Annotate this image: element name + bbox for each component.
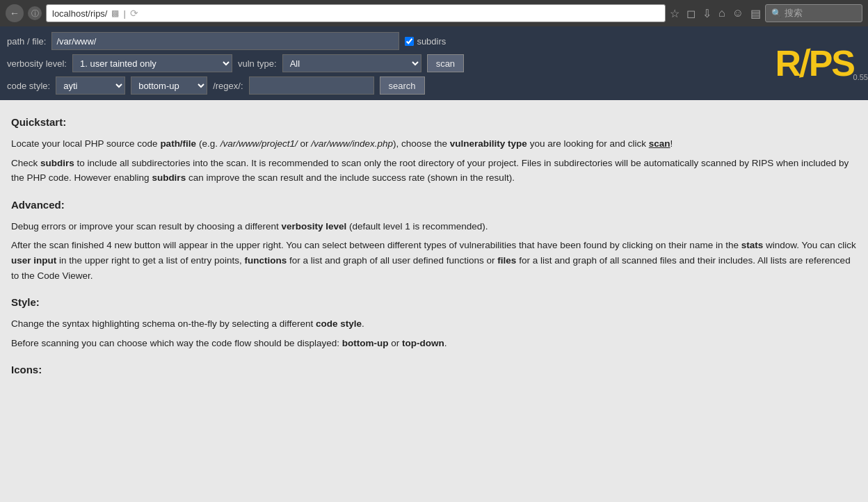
style-p2: Before scanning you can choose which way… [11, 336, 857, 351]
quickstart-p2: Check subdirs to include all subdirector… [11, 156, 857, 186]
search-button[interactable]: search [380, 76, 425, 95]
download-icon: ⇩ [702, 7, 712, 20]
advanced-p1: Debug errors or improve your scan result… [11, 219, 857, 234]
icons-heading: Icons: [11, 362, 857, 378]
style-heading: Style: [11, 294, 857, 311]
info-button[interactable]: ⓘ [28, 6, 42, 20]
subdirs-checkbox[interactable] [405, 37, 414, 46]
subdirs-label: subdirs [405, 36, 446, 47]
verbosity-label: verbosity level: [7, 58, 67, 69]
home-icon: ⌂ [718, 7, 725, 19]
quickstart-p1: Locate your local PHP source code path/f… [11, 136, 857, 152]
reload-button[interactable]: ⟳ [130, 8, 138, 19]
reader-view-icon: ◻ [686, 7, 696, 20]
flow-select[interactable]: bottom-up top-down [131, 76, 207, 95]
style-p1: Change the syntax highlighting schema on… [11, 316, 857, 332]
quickstart-heading: Quickstart: [11, 114, 857, 131]
code-style-select[interactable]: ayti default emacs vim [56, 76, 125, 95]
separator: | [123, 8, 125, 19]
bookmark-icon: ☆ [670, 7, 680, 20]
toolbar-row-verbosity: verbosity level: 1. user tainted only 0.… [7, 54, 762, 72]
toolbar-fields: path / file: subdirs verbosity level: 1.… [7, 32, 762, 95]
search-icon: 🔍 [771, 8, 782, 18]
regex-input[interactable] [249, 76, 374, 95]
main-content: Quickstart: Locate your local PHP source… [0, 100, 868, 398]
toolbar-row-style: code style: ayti default emacs vim botto… [7, 76, 762, 95]
back-button[interactable]: ← [6, 4, 24, 22]
advanced-p2: After the scan finished 4 new button wil… [11, 238, 857, 283]
scan-button[interactable]: scan [427, 54, 464, 72]
vuln-label: vuln type: [238, 58, 277, 69]
logo-version: 0.55 [853, 73, 868, 81]
path-input[interactable] [51, 32, 399, 50]
browser-search: 🔍 搜索 [765, 4, 862, 22]
path-label: path / file: [7, 36, 46, 47]
search-placeholder: 搜索 [785, 7, 803, 19]
toolbar-row-path: path / file: subdirs [7, 32, 762, 50]
logo-area: R/PS 0.55 [775, 45, 861, 81]
browser-chrome: ← ⓘ localhost/rips/ ▩ | ⟳ ☆ ◻ ⇩ ⌂ ☺ ▤ 🔍 … [0, 0, 868, 26]
verbosity-select[interactable]: 1. user tainted only 0. none 2. all tain… [72, 54, 232, 72]
smiley-icon: ☺ [732, 7, 744, 19]
reader-icon: ▩ [111, 8, 119, 18]
logo: R/PS 0.55 [775, 45, 854, 81]
logo-text: R/PS [775, 43, 854, 83]
advanced-heading: Advanced: [11, 197, 857, 213]
address-bar: localhost/rips/ ▩ | ⟳ [46, 4, 666, 22]
regex-label: /regex/: [213, 81, 243, 91]
browser-icons: ☆ ◻ ⇩ ⌂ ☺ ▤ [670, 7, 761, 20]
logo-slash: / [798, 44, 810, 83]
toolbar: path / file: subdirs verbosity level: 1.… [0, 26, 868, 100]
code-style-label: code style: [7, 81, 50, 91]
address-text: localhost/rips/ [52, 8, 107, 19]
vuln-select[interactable]: All XSS SQL Injection File Include Code … [282, 54, 421, 72]
menu-icon: ▤ [750, 7, 761, 20]
